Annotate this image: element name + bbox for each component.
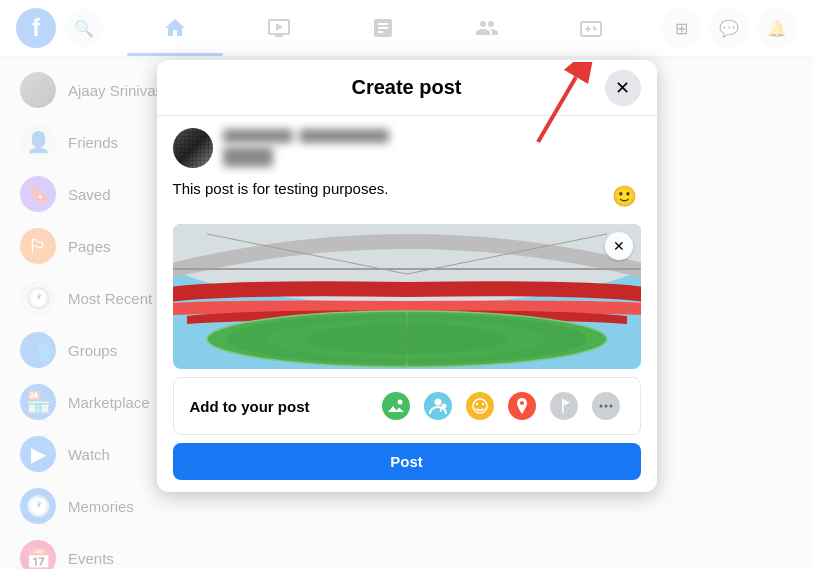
avatar-image <box>173 128 213 168</box>
tag-people-button[interactable] <box>420 388 456 424</box>
add-emoji-button[interactable] <box>462 388 498 424</box>
svg-point-13 <box>307 324 507 354</box>
author-avatar <box>173 128 213 168</box>
stadium-image <box>173 224 641 369</box>
audience-row <box>223 147 389 167</box>
modal-close-button[interactable]: ✕ <box>605 70 641 106</box>
author-name-block <box>223 129 389 167</box>
svg-point-22 <box>481 403 483 405</box>
more-options-button[interactable] <box>588 388 624 424</box>
modal-body: This post is for testing purposes. 🙂 <box>157 116 657 492</box>
svg-point-28 <box>599 405 602 408</box>
svg-rect-26 <box>562 399 564 413</box>
emoji-picker-button[interactable]: 🙂 <box>609 180 641 212</box>
svg-point-21 <box>475 403 477 405</box>
post-button[interactable]: Post <box>173 443 641 480</box>
svg-point-17 <box>434 399 441 406</box>
svg-point-15 <box>397 400 402 405</box>
modal-title: Create post <box>351 76 461 99</box>
svg-point-29 <box>604 405 607 408</box>
blurred-name-row <box>223 129 389 143</box>
blurred-name-2 <box>299 129 389 143</box>
post-text-section: This post is for testing purposes. 🙂 <box>173 180 641 212</box>
svg-rect-14 <box>382 392 410 420</box>
post-text: This post is for testing purposes. <box>173 180 389 197</box>
modal-header: Create post ✕ <box>157 60 657 116</box>
add-photo-button[interactable] <box>378 388 414 424</box>
add-location-button[interactable] <box>504 388 540 424</box>
stadium-image-container: ✕ <box>173 224 641 369</box>
svg-point-24 <box>520 401 524 405</box>
add-to-post-label: Add to your post <box>190 398 310 415</box>
svg-point-30 <box>609 405 612 408</box>
post-author-section <box>173 128 641 168</box>
blurred-name-1 <box>223 129 293 143</box>
create-post-modal: Create post ✕ This post is for <box>157 60 657 492</box>
image-remove-button[interactable]: ✕ <box>605 232 633 260</box>
add-to-post-bar: Add to your post <box>173 377 641 435</box>
blurred-audience <box>223 147 273 167</box>
add-to-post-icons <box>378 388 624 424</box>
svg-rect-25 <box>550 392 578 420</box>
add-flag-button[interactable] <box>546 388 582 424</box>
svg-rect-19 <box>466 392 494 420</box>
